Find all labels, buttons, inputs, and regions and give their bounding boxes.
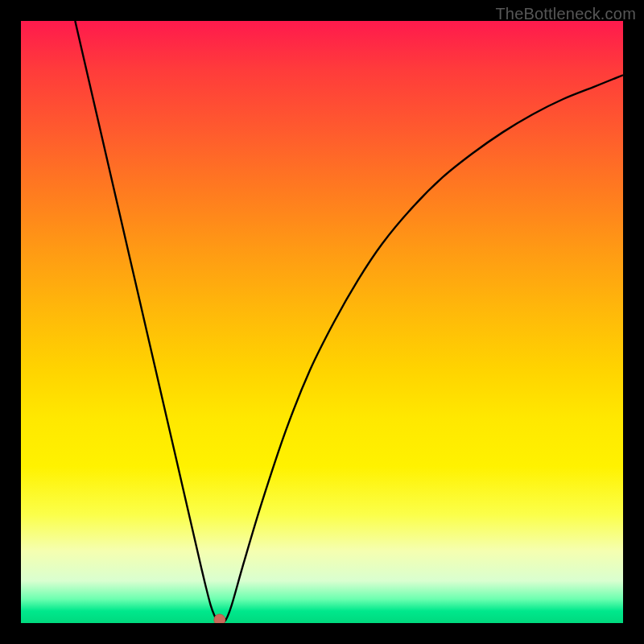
chart-canvas <box>21 21 623 623</box>
chart-svg <box>21 21 623 623</box>
curve-path <box>75 21 623 623</box>
bottleneck-curve <box>75 21 623 623</box>
watermark-text: TheBottleneck.com <box>495 5 636 23</box>
minimum-marker <box>214 614 225 623</box>
